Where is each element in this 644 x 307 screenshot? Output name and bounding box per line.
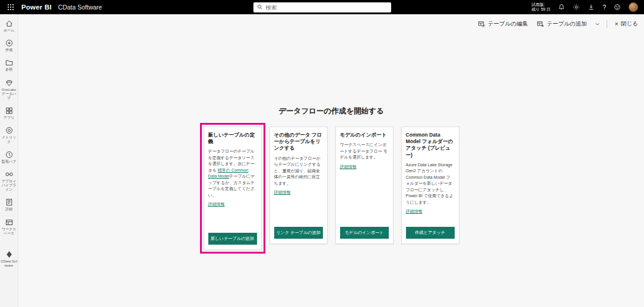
download-button[interactable] — [588, 4, 595, 11]
sidebar-item-label: CData Software — [0, 259, 18, 268]
sidebar-item-create[interactable]: 作成 — [0, 39, 18, 52]
search-icon — [257, 4, 263, 10]
dataflow-start-content: データフローの作成を開始する 新しいテーブルの定義 データフローのテーブルを定義… — [18, 31, 644, 307]
account-avatar[interactable] — [629, 2, 638, 12]
search-box[interactable] — [253, 2, 391, 12]
card-description: データフローのテーブルを定義するデータソースを選択します。次にデータを 標準の … — [208, 148, 257, 198]
sidebar-item-learn[interactable]: 詳細 — [0, 198, 18, 211]
close-label: 閉じる — [621, 20, 638, 28]
import-model-button[interactable]: モデルのインポート — [340, 227, 389, 239]
sidebar-item-monitoring-hub[interactable]: 監視ハブ — [0, 150, 18, 164]
close-icon: × — [615, 21, 618, 27]
help-button[interactable]: ? — [602, 4, 606, 11]
card-title: 新しいテーブルの定義 — [208, 132, 257, 145]
app-shell: ホーム 作成 参照 OneLake データハブ — [0, 14, 644, 307]
sidebar-item-deployment-pipelines[interactable]: デプロイ パイプライン — [0, 170, 18, 192]
sidebar-item-onelake-data-hub[interactable]: OneLake データハブ — [0, 78, 18, 101]
edit-tables-label: テーブルの編集 — [488, 20, 528, 28]
left-nav: ホーム 作成 参照 OneLake データハブ — [0, 14, 18, 307]
chevron-down-icon — [595, 21, 600, 27]
feedback-button[interactable] — [614, 4, 621, 11]
sidebar-item-label: OneLake データハブ — [0, 88, 18, 101]
card-title: その他のデータ フローからテーブルをリンクする — [274, 132, 323, 152]
create-and-attach-button[interactable]: 作成とアタッチ — [406, 227, 455, 239]
app-title: Power BI — [21, 4, 52, 11]
sidebar-item-label: 詳細 — [5, 207, 13, 211]
trial-status: 試用版: 残り 59 日 — [532, 2, 551, 12]
sidebar-item-home[interactable]: ホーム — [0, 19, 18, 33]
metrics-icon — [5, 126, 14, 135]
add-tables-dropdown[interactable] — [595, 20, 600, 28]
home-icon — [5, 19, 14, 28]
monitoring-hub-icon — [5, 150, 14, 159]
top-bar: Power BI CData Software 試用版: 残り 59 日 — [0, 0, 644, 14]
sidebar-item-cdata-workspace[interactable]: CData Software — [0, 250, 18, 268]
card-title: Common Data Model フォルダーのアタッチ (プレビュー) — [406, 132, 455, 159]
apps-icon — [5, 106, 14, 115]
main-area: テーブルの編集 テーブルの追加 × 閉じる — [18, 14, 644, 307]
toolbar-divider — [607, 20, 607, 28]
command-bar: テーブルの編集 テーブルの追加 × 閉じる — [18, 14, 644, 31]
create-icon — [5, 39, 14, 48]
sidebar-item-metrics[interactable]: メトリック — [0, 126, 18, 144]
close-button[interactable]: × 閉じる — [614, 19, 639, 29]
card-description: その他のデータフローからテーブルにリンクすると、重複が減り、組織全体の一貫性の維… — [274, 156, 323, 187]
workspaces-icon — [5, 218, 14, 227]
gear-icon — [573, 4, 580, 11]
sidebar-item-browse[interactable]: 参照 — [0, 58, 18, 72]
card-import-model: モデルのインポート ワークスペースにインポートするデータフロー モデルを選択しま… — [335, 126, 394, 244]
edit-table-icon — [478, 20, 486, 28]
add-new-tables-button[interactable]: 新しいテーブルの追加 — [208, 233, 257, 245]
search-input[interactable] — [266, 4, 388, 11]
details-link[interactable]: 詳細情報 — [406, 208, 455, 214]
sidebar-item-label: 監視ハブ — [1, 160, 17, 164]
sidebar-item-workspaces[interactable]: ワークスペース — [0, 218, 18, 236]
trial-days-remaining: 残り 59 日 — [532, 7, 551, 12]
cdata-workspace-icon — [5, 250, 14, 259]
add-tables-button[interactable]: テーブルの追加 — [535, 19, 588, 29]
add-tables-label: テーブルの追加 — [547, 20, 586, 28]
sidebar-item-label: アプリ — [3, 116, 15, 120]
waffle-icon — [7, 4, 14, 11]
sidebar-item-label: ホーム — [3, 29, 15, 33]
add-linked-tables-button[interactable]: リンク テーブルの追加 — [274, 227, 323, 239]
sidebar-item-apps[interactable]: アプリ — [0, 106, 18, 120]
sidebar-item-label: メトリック — [0, 135, 18, 144]
sidebar-item-label: ワークスペース — [0, 227, 18, 236]
notifications-button[interactable] — [558, 4, 565, 11]
smiley-icon — [614, 4, 621, 11]
page-title: データフローの作成を開始する — [278, 106, 383, 116]
onelake-data-hub-icon — [5, 78, 14, 87]
workspace-breadcrumb: CData Software — [58, 4, 102, 11]
app-launcher-button[interactable] — [6, 4, 15, 11]
sidebar-item-label: 参照 — [5, 68, 13, 72]
edit-tables-button[interactable]: テーブルの編集 — [477, 19, 529, 29]
dataflow-option-cards: 新しいテーブルの定義 データフローのテーブルを定義するデータソースを選択します。… — [204, 126, 459, 250]
learn-icon — [5, 198, 14, 207]
download-icon — [588, 4, 595, 11]
topbar-actions: 試用版: 残り 59 日 — [532, 2, 638, 12]
card-title: モデルのインポート — [340, 132, 389, 138]
sidebar-item-label: デプロイ パイプライン — [0, 179, 18, 192]
deployment-pipelines-icon — [5, 170, 14, 179]
bell-icon — [558, 4, 565, 11]
card-link-tables: その他のデータ フローからテーブルをリンクする その他のデータフローからテーブル… — [269, 126, 328, 244]
card-define-new-tables: 新しいテーブルの定義 データフローのテーブルを定義するデータソースを選択します。… — [204, 126, 262, 250]
details-link[interactable]: 詳細情報 — [274, 189, 323, 195]
sidebar-item-label: 作成 — [5, 48, 13, 52]
card-attach-cdm-folder: Common Data Model フォルダーのアタッチ (プレビュー) Azu… — [401, 126, 459, 244]
trial-label: 試用版: — [532, 2, 551, 7]
add-table-icon — [537, 20, 544, 28]
browse-icon — [5, 58, 14, 67]
card-description: ワークスペースにインポートするデータフロー モデルを選択します。 — [340, 142, 389, 161]
settings-button[interactable] — [573, 4, 580, 11]
details-link[interactable]: 詳細情報 — [208, 201, 257, 207]
details-link[interactable]: 詳細情報 — [340, 164, 389, 170]
card-description: Azure Data Lake Storage Gen2 アカウントの Comm… — [406, 162, 455, 206]
